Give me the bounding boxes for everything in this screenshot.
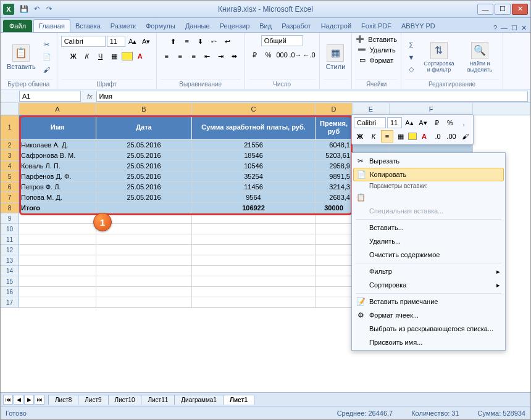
cell[interactable]	[192, 276, 316, 287]
minimize-button[interactable]: —	[477, 4, 493, 15]
mini-format-painter-icon[interactable]: 🖌	[459, 130, 471, 142]
cell[interactable]: 106922	[192, 203, 316, 213]
sheet-tab[interactable]: Лист9	[78, 395, 108, 405]
dec-decimal-icon[interactable]: ←.0	[303, 49, 316, 61]
cell[interactable]: Парфенов Д. Ф.	[19, 171, 96, 182]
cell[interactable]	[192, 287, 316, 297]
tab-formulas[interactable]: Формулы	[141, 20, 180, 32]
fx-icon[interactable]: fx	[87, 93, 93, 100]
sheet-tab[interactable]: Диаграмма1	[174, 395, 224, 405]
cell[interactable]: Сумма заработной платы, руб.	[192, 115, 316, 140]
format-icon[interactable]: ▭	[359, 56, 366, 64]
copy-icon[interactable]: 📄	[41, 52, 53, 63]
border-button[interactable]: ▦	[108, 50, 120, 62]
col-header-c[interactable]: C	[192, 103, 316, 115]
cell[interactable]	[192, 213, 316, 224]
ctx-clear[interactable]: Очистить содержимое	[353, 248, 504, 261]
ctx-define-name[interactable]: Присвоить имя...	[353, 336, 504, 349]
cell[interactable]	[192, 224, 316, 234]
ctx-sort[interactable]: Сортировка▸	[353, 278, 504, 292]
cell[interactable]: 3214,3	[316, 182, 353, 192]
font-color-button[interactable]: A	[134, 50, 146, 62]
cell[interactable]	[96, 255, 192, 266]
save-icon[interactable]: 💾	[19, 4, 29, 14]
tab-home[interactable]: Главная	[33, 19, 70, 32]
sort-filter-button[interactable]: ⇅Сортировка и фильтр	[420, 41, 458, 74]
cell[interactable]: 18546	[192, 150, 316, 161]
row-header[interactable]: 17	[1, 297, 19, 308]
col-header-e[interactable]: E	[353, 103, 390, 115]
mini-border-icon[interactable]: ▦	[395, 130, 407, 142]
mdi-restore-icon[interactable]: ☐	[511, 24, 517, 32]
row-header[interactable]: 3	[1, 150, 19, 161]
cell[interactable]: 5203,61	[316, 150, 353, 161]
insert-icon[interactable]: ➕	[356, 35, 364, 43]
tab-insert[interactable]: Вставка	[70, 20, 106, 32]
mdi-min-icon[interactable]: —	[501, 24, 508, 32]
maximize-button[interactable]: ☐	[495, 4, 511, 15]
formula-input[interactable]	[96, 91, 528, 102]
row-header[interactable]: 14	[1, 266, 19, 276]
row-header[interactable]: 4	[1, 161, 19, 171]
format-painter-icon[interactable]: 🖌	[41, 64, 53, 75]
cell[interactable]: 25.05.2016	[96, 161, 192, 171]
cell[interactable]: 21556	[192, 140, 316, 150]
tab-data[interactable]: Данные	[180, 20, 215, 32]
cell[interactable]	[316, 255, 353, 266]
cell[interactable]: 2958,9	[316, 161, 353, 171]
indent-dec-icon[interactable]: ⇤	[201, 50, 214, 62]
ctx-copy[interactable]: 📄Копировать	[353, 168, 504, 181]
row-header[interactable]: 7	[1, 192, 19, 203]
clear-icon[interactable]: ◇	[405, 64, 417, 75]
currency-icon[interactable]: ₽	[249, 49, 261, 61]
cell[interactable]	[19, 213, 96, 224]
mini-font-name[interactable]	[354, 117, 386, 128]
indent-inc-icon[interactable]: ⇥	[215, 50, 227, 62]
tab-developer[interactable]: Разработ	[277, 20, 316, 32]
cell[interactable]	[192, 266, 316, 276]
number-format-input[interactable]	[261, 35, 303, 46]
cell[interactable]	[316, 213, 353, 224]
cell[interactable]: 25.05.2016	[96, 140, 192, 150]
col-header-d[interactable]: D	[316, 103, 353, 115]
align-right-icon[interactable]: ≡	[188, 50, 200, 62]
ctx-dropdown[interactable]: Выбрать из раскрывающегося списка...	[353, 322, 504, 336]
cell[interactable]: Дата	[96, 115, 192, 140]
cell[interactable]: 11456	[192, 182, 316, 192]
redo-icon[interactable]: ↷	[44, 4, 54, 14]
inc-decimal-icon[interactable]: .0→	[290, 49, 302, 61]
cell[interactable]	[19, 287, 96, 297]
ctx-comment[interactable]: 📝Вставить примечание	[353, 295, 504, 308]
align-left-icon[interactable]: ≡	[161, 50, 173, 62]
cell[interactable]: Имя	[19, 115, 96, 140]
cell[interactable]	[316, 234, 353, 245]
cell[interactable]: Коваль Л. П.	[19, 161, 96, 171]
cell[interactable]	[19, 234, 96, 245]
tab-layout[interactable]: Разметк	[106, 20, 141, 32]
row-header[interactable]: 10	[1, 224, 19, 234]
mini-currency-icon[interactable]: ₽	[430, 117, 443, 129]
cell[interactable]	[192, 297, 316, 308]
mini-percent-icon[interactable]: %	[444, 117, 456, 129]
cell[interactable]	[316, 297, 353, 308]
row-header[interactable]: 15	[1, 276, 19, 287]
autosum-icon[interactable]: Σ	[405, 39, 417, 51]
mini-align-icon[interactable]: ≡	[381, 130, 393, 142]
cell[interactable]: Попова М. Д.	[19, 192, 96, 203]
cell[interactable]: Сафронова В. М.	[19, 150, 96, 161]
font-name-input[interactable]	[61, 36, 106, 47]
col-header-a[interactable]: A	[19, 103, 96, 115]
tab-addins[interactable]: Надстрой	[316, 20, 356, 32]
select-all-corner[interactable]	[1, 103, 19, 115]
merge-icon[interactable]: ⬌	[228, 50, 241, 62]
cell[interactable]	[316, 276, 353, 287]
cell[interactable]	[316, 224, 353, 234]
sheet-tab-active[interactable]: Лист1	[223, 395, 254, 405]
row-header[interactable]: 9	[1, 213, 19, 224]
mini-fill-icon[interactable]	[408, 133, 417, 140]
row-header[interactable]: 6	[1, 182, 19, 192]
file-tab[interactable]: Файл	[3, 20, 32, 32]
mini-font-color-icon[interactable]: A	[418, 130, 430, 142]
tab-foxit[interactable]: Foxit PDF	[356, 20, 396, 32]
mini-font-size[interactable]	[387, 117, 402, 128]
